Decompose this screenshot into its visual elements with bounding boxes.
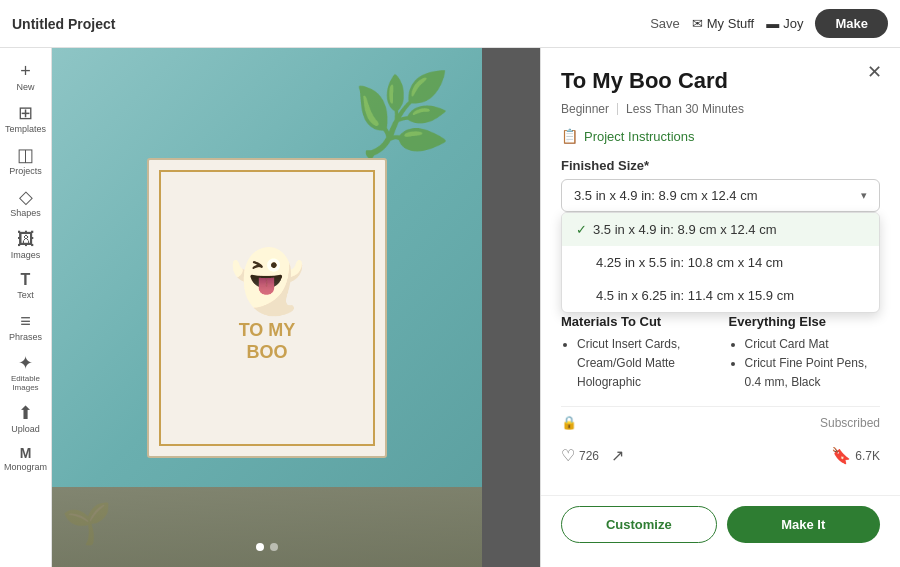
customize-button[interactable]: Customize [561, 506, 717, 543]
images-icon: 🖼 [17, 230, 35, 248]
bookmark-icon: 🔖 [831, 446, 851, 465]
materials-section: Materials To Cut Cricut Insert Cards, Cr… [561, 314, 880, 393]
ghost-decoration: 👻 [230, 252, 305, 312]
slide-dot-1[interactable] [256, 543, 264, 551]
sidebar-item-upload[interactable]: ⬆ Upload [0, 398, 51, 438]
modal-panel: ✕ To My Boo Card Beginner Less Than 30 M… [540, 48, 900, 567]
sidebar-item-label: Images [11, 250, 41, 260]
close-button[interactable]: ✕ [862, 60, 886, 84]
sidebar-item-new[interactable]: + New [0, 56, 51, 96]
share-button[interactable]: ↗ [611, 446, 624, 465]
like-button[interactable]: ♡ 726 [561, 446, 599, 465]
modal-meta: Beginner Less Than 30 Minutes [561, 102, 880, 116]
make-button[interactable]: Make [815, 9, 888, 38]
finished-size-label: Finished Size* [561, 158, 880, 173]
slide-dot-2[interactable] [270, 543, 278, 551]
list-item: Cricut Insert Cards, Cream/Gold Matte Ho… [577, 335, 713, 393]
editable-images-icon: ✦ [18, 354, 33, 372]
sidebar-item-label: Monogram [4, 462, 47, 472]
dropdown-option-2[interactable]: 4.25 in x 5.5 in: 10.8 cm x 14 cm [562, 246, 879, 279]
sidebar-item-label: Text [17, 290, 34, 300]
sidebar-item-label: Editable Images [0, 374, 51, 392]
size-dropdown-container: 3.5 in x 4.9 in: 8.9 cm x 12.4 cm ▾ ✓ 3.… [561, 179, 880, 212]
time-label: Less Than 30 Minutes [626, 102, 744, 116]
sidebar-item-shapes[interactable]: ◇ Shapes [0, 182, 51, 222]
text-icon: T [21, 272, 31, 288]
check-icon: ✓ [576, 222, 587, 237]
card-text: TO MYBOO [239, 320, 296, 363]
canvas-area: 🌿 🌱 👻 TO MYBOO ✕ To My Boo Card [52, 48, 900, 567]
modal-content: To My Boo Card Beginner Less Than 30 Min… [541, 48, 900, 495]
subscribed-bar: 🔒 Subscribed [561, 406, 880, 438]
subscribed-label: Subscribed [820, 416, 880, 430]
bottom-buttons: Customize Make It [541, 495, 900, 557]
slide-dots [256, 543, 278, 551]
list-item: Cricut Fine Point Pens, 0.4 mm, Black [745, 354, 881, 392]
projects-icon: ◫ [17, 146, 34, 164]
machine-icon: ▬ [766, 16, 779, 31]
sidebar-item-label: Phrases [9, 332, 42, 342]
project-instructions-link[interactable]: 📋 Project Instructions [561, 128, 880, 144]
sidebar-item-label: Upload [11, 424, 40, 434]
modal-title: To My Boo Card [561, 68, 880, 94]
materials-to-cut: Materials To Cut Cricut Insert Cards, Cr… [561, 314, 713, 393]
email-icon: ✉ [692, 16, 703, 31]
sidebar-item-phrases[interactable]: ≡ Phrases [0, 306, 51, 346]
difficulty-label: Beginner [561, 102, 609, 116]
card-preview: 👻 TO MYBOO [147, 158, 387, 458]
makeit-button[interactable]: Make It [727, 506, 881, 543]
sidebar-item-images[interactable]: 🖼 Images [0, 224, 51, 264]
sidebar: + New ⊞ Templates ◫ Projects ◇ Shapes 🖼 … [0, 48, 52, 567]
sidebar-item-monogram[interactable]: M Monogram [0, 440, 51, 476]
top-bar: Untitled Project Save ✉ My Stuff ▬ Joy M… [0, 0, 900, 48]
sidebar-item-label: Projects [9, 166, 42, 176]
subscribed-left: 🔒 [561, 415, 577, 430]
everything-else-list: Cricut Card Mat Cricut Fine Point Pens, … [729, 335, 881, 393]
image-placeholder: 🌿 🌱 👻 TO MYBOO [52, 48, 482, 567]
sidebar-item-label: New [16, 82, 34, 92]
sidebar-item-label: Shapes [10, 208, 41, 218]
instructions-icon: 📋 [561, 128, 578, 144]
upload-icon: ⬆ [18, 404, 33, 422]
sidebar-item-templates[interactable]: ⊞ Templates [0, 98, 51, 138]
machine-button[interactable]: ▬ Joy [766, 16, 803, 31]
sidebar-item-text[interactable]: T Text [0, 266, 51, 304]
action-row: ♡ 726 ↗ 🔖 6.7K [561, 446, 880, 465]
lock-icon: 🔒 [561, 415, 577, 430]
list-item: Cricut Card Mat [745, 335, 881, 354]
share-icon: ↗ [611, 446, 624, 465]
chevron-down-icon: ▾ [861, 189, 867, 202]
sidebar-item-label: Templates [5, 124, 46, 134]
new-icon: + [20, 62, 31, 80]
everything-else: Everything Else Cricut Card Mat Cricut F… [729, 314, 881, 393]
project-title: Untitled Project [12, 16, 650, 32]
project-image: 🌿 🌱 👻 TO MYBOO [52, 48, 482, 567]
sidebar-item-projects[interactable]: ◫ Projects [0, 140, 51, 180]
top-bar-actions: Save ✉ My Stuff ▬ Joy Make [650, 9, 888, 38]
sidebar-item-editable-images[interactable]: ✦ Editable Images [0, 348, 51, 396]
phrases-icon: ≡ [20, 312, 31, 330]
dropdown-option-3[interactable]: 4.5 in x 6.25 in: 11.4 cm x 15.9 cm [562, 279, 879, 312]
meta-divider [617, 103, 618, 115]
shapes-icon: ◇ [19, 188, 33, 206]
like-share-group: ♡ 726 ↗ [561, 446, 624, 465]
size-dropdown[interactable]: 3.5 in x 4.9 in: 8.9 cm x 12.4 cm ▾ [561, 179, 880, 212]
templates-icon: ⊞ [18, 104, 33, 122]
bookmark-button[interactable]: 🔖 6.7K [831, 446, 880, 465]
selected-size-text: 3.5 in x 4.9 in: 8.9 cm x 12.4 cm [574, 188, 758, 203]
size-dropdown-menu: ✓ 3.5 in x 4.9 in: 8.9 cm x 12.4 cm 4.25… [561, 212, 880, 313]
dropdown-option-1[interactable]: ✓ 3.5 in x 4.9 in: 8.9 cm x 12.4 cm [562, 213, 879, 246]
heart-icon: ♡ [561, 446, 575, 465]
save-button[interactable]: Save [650, 16, 680, 31]
monogram-icon: M [20, 446, 32, 460]
materials-to-cut-list: Cricut Insert Cards, Cream/Gold Matte Ho… [561, 335, 713, 393]
mystuff-button[interactable]: ✉ My Stuff [692, 16, 754, 31]
